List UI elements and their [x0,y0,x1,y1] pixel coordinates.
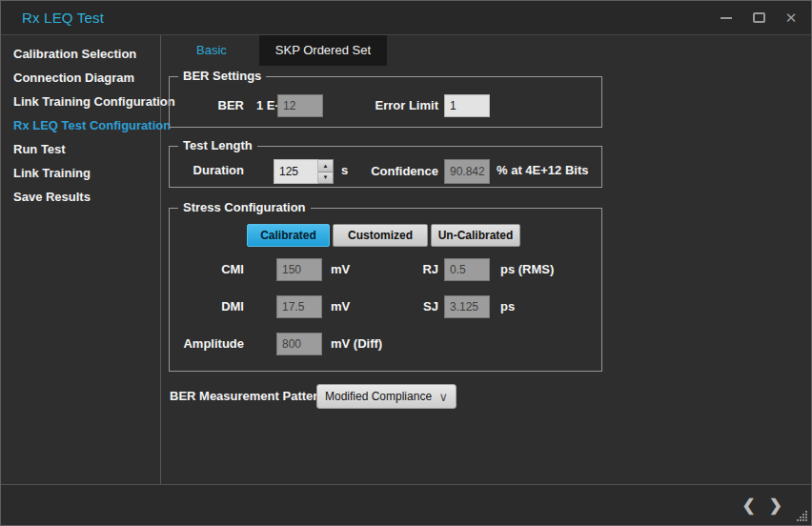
stress-row-cmi-rj: CMI 150 mV RJ 0.5 ps (RMS) [170,258,601,281]
cmi-label: CMI [170,258,244,281]
chevron-down-icon: ∨ [438,391,448,403]
sj-unit: ps [500,295,515,318]
group-title-ber-settings: BER Settings [178,69,266,83]
ber-measurement-pattern-row: BER Measurement Pattern Modified Complia… [169,384,811,409]
group-title-stress-configuration: Stress Configuration [178,200,311,214]
app-window: Rx LEQ Test ✕ Calibration Selection Conn… [0,0,812,526]
minimize-button[interactable] [716,8,737,29]
stress-row-dmi-sj: DMI 17.5 mV SJ 3.125 ps [170,295,601,318]
error-limit-input[interactable]: 1 [444,94,490,117]
tab-basic[interactable]: Basic [167,35,256,66]
resize-grip[interactable] [797,511,809,523]
titlebar: Rx LEQ Test ✕ [1,1,811,35]
sidebar-item-save-results[interactable]: Save Results [1,185,160,209]
test-length-row: Duration 125 ▲ ▼ s Confidence 90.842 % a… [170,159,601,184]
stress-row-amplitude: Amplitude 800 mV (Diff) [170,333,601,355]
ber-measurement-pattern-label: BER Measurement Pattern [169,385,310,408]
sidebar-item-calibration-selection[interactable]: Calibration Selection [1,42,160,66]
window-controls: ✕ [716,8,802,29]
maximize-button[interactable] [748,8,769,29]
ber-exponent-prefix: 1 E- [256,94,279,117]
close-button[interactable]: ✕ [781,8,802,29]
customized-button[interactable]: Customized [333,224,428,247]
amplitude-unit: mV (Diff) [331,333,382,355]
ber-measurement-pattern-value: Modified Compliance [325,390,438,403]
sidebar: Calibration Selection Connection Diagram… [1,35,161,484]
window-title: Rx LEQ Test [22,10,104,26]
confidence-label: Confidence [313,160,438,183]
tab-bar: Basic SKP Ordered Set [161,35,811,66]
amplitude-label: Amplitude [170,333,244,355]
group-test-length: Test Length Duration 125 ▲ ▼ s Confidenc… [169,146,602,188]
un-calibrated-button[interactable]: Un-Calibrated [431,224,520,247]
dmi-label: DMI [170,295,244,318]
group-stress-configuration: Stress Configuration Calibrated Customiz… [169,208,602,372]
group-ber-settings: BER Settings BER 1 E- 12 Error Limit 1 [169,76,602,128]
ber-label: BER [170,94,244,117]
duration-input[interactable]: 125 [274,159,318,184]
next-page-button[interactable]: ❯ [769,497,782,514]
ber-settings-row: BER 1 E- 12 Error Limit 1 [170,94,601,117]
rj-input: 0.5 [444,258,490,281]
minimize-icon [721,17,732,19]
window-body: Calibration Selection Connection Diagram… [1,35,811,484]
ber-measurement-pattern-dropdown[interactable]: Modified Compliance ∨ [316,384,457,409]
footer-bar: ❮ ❯ [1,484,811,525]
maximize-icon [753,12,765,23]
duration-label: Duration [170,159,244,182]
stress-mode-buttons: Calibrated Customized Un-Calibrated [170,224,601,247]
sidebar-item-link-training-configuration[interactable]: Link Training Configuration [1,90,160,113]
calibrated-button[interactable]: Calibrated [247,224,330,247]
close-icon: ✕ [785,10,798,25]
sj-label: SJ [313,295,438,318]
tab-skp-ordered-set[interactable]: SKP Ordered Set [259,35,387,66]
confidence-input: 90.842 [444,159,490,184]
main-panel: Basic SKP Ordered Set BER Settings BER 1… [161,35,811,484]
sidebar-item-rx-leq-test-configuration[interactable]: Rx LEQ Test Configuration [1,113,160,137]
rj-label: RJ [313,258,438,281]
sidebar-item-link-training[interactable]: Link Training [1,161,160,185]
sidebar-item-connection-diagram[interactable]: Connection Diagram [1,66,160,90]
sidebar-item-run-test[interactable]: Run Test [1,137,160,161]
sj-input: 3.125 [444,295,490,318]
group-title-test-length: Test Length [178,138,257,152]
prev-page-button[interactable]: ❮ [742,497,756,514]
confidence-suffix: % at 4E+12 Bits [497,159,588,182]
amplitude-input: 800 [276,333,322,355]
error-limit-label: Error Limit [313,94,438,117]
rj-unit: ps (RMS) [500,258,554,281]
basic-tab-content: BER Settings BER 1 E- 12 Error Limit 1 T… [161,66,811,409]
